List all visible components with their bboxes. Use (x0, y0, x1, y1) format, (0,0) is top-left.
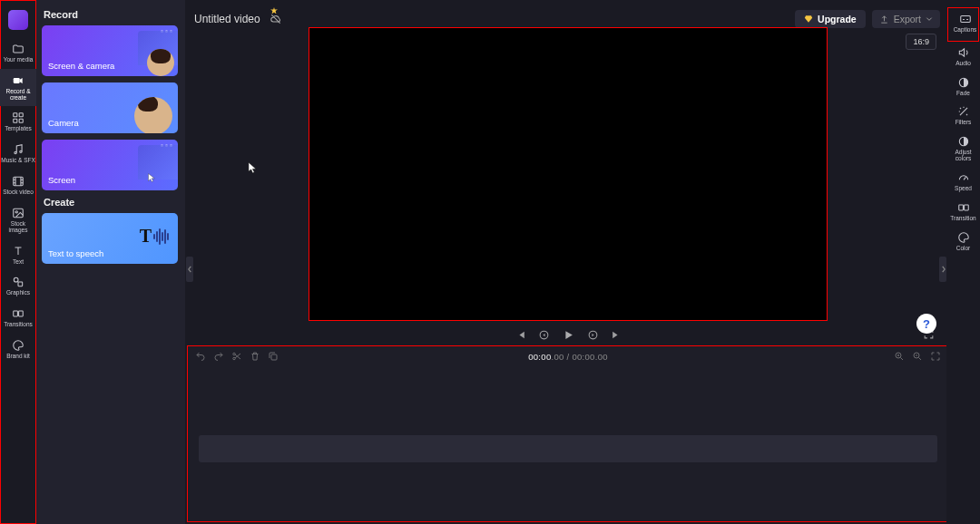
rr-label: Color (956, 246, 971, 252)
trash-icon[interactable] (250, 351, 260, 362)
shapes-icon (12, 276, 24, 288)
chevron-down-icon (926, 15, 933, 23)
rail-stock-images[interactable]: Stock images (0, 201, 36, 239)
rail-your-media[interactable]: Your media (0, 37, 36, 69)
speaker-icon (957, 46, 970, 59)
rr-transition[interactable]: Transition (946, 197, 980, 227)
chevron-left-icon (188, 266, 192, 273)
rr-color[interactable]: Color (946, 227, 980, 257)
palette-icon (957, 231, 970, 244)
undo-icon[interactable] (195, 351, 206, 362)
rr-speed[interactable]: Speed (946, 167, 980, 197)
play-icon[interactable] (562, 328, 575, 342)
rr-filters[interactable]: Filters (946, 101, 980, 131)
question-mark-icon: ? (923, 317, 930, 331)
svg-rect-8 (14, 209, 24, 217)
rr-fade[interactable]: Fade (946, 72, 980, 102)
rail-label: Brand kit (6, 354, 30, 360)
palette-icon (12, 339, 24, 352)
rr-captions[interactable]: Captions (948, 8, 980, 38)
rail-templates[interactable]: Templates (0, 106, 36, 138)
card-title: Screen (48, 175, 75, 185)
diamond-icon (804, 15, 813, 24)
chevron-right-icon (941, 266, 946, 273)
svg-rect-2 (19, 113, 23, 117)
skip-start-icon[interactable] (514, 329, 526, 341)
card-screen-and-camera[interactable]: Screen & camera (42, 25, 178, 76)
panel-heading-create: Create (44, 197, 178, 208)
rr-adjust-colors[interactable]: Adjust colors (946, 131, 980, 167)
svg-rect-21 (960, 16, 970, 23)
rail-record-create[interactable]: Record & create (0, 69, 36, 107)
sync-off-icon[interactable] (270, 13, 282, 25)
rail-brand-kit[interactable]: Brand kit (0, 334, 36, 365)
app-logo[interactable] (8, 10, 28, 30)
os-cursor-icon (248, 161, 258, 175)
rr-label: Audio (956, 61, 971, 67)
project-title[interactable]: Untitled video (194, 13, 260, 25)
rr-label: Captions (954, 27, 977, 34)
image-icon (12, 207, 24, 219)
svg-point-5 (15, 152, 16, 154)
expand-properties-handle[interactable] (939, 257, 946, 282)
svg-rect-0 (14, 78, 20, 83)
export-button[interactable]: Export (872, 10, 940, 28)
rail-text[interactable]: Text (0, 239, 36, 271)
svg-rect-18 (271, 354, 277, 360)
timeline-panel: 00:00.00 / 00:00.00 (187, 345, 949, 522)
transition-icon (957, 201, 970, 214)
step-back-icon[interactable] (538, 329, 550, 341)
rail-label: Stock images (9, 221, 28, 234)
top-toolbar: Untitled video Upgrade Export (194, 9, 940, 29)
upgrade-label: Upgrade (818, 14, 857, 24)
collapse-panel-handle[interactable] (186, 257, 193, 282)
rail-music-sfx[interactable]: Music & SFX (0, 138, 36, 170)
redo-icon[interactable] (213, 351, 224, 362)
skip-end-icon[interactable] (611, 329, 622, 341)
rail-label: Music & SFX (1, 158, 35, 164)
rail-transitions[interactable]: Transitions (0, 302, 36, 334)
film-icon (12, 175, 24, 188)
help-button[interactable]: ? (916, 314, 936, 334)
rr-label: Adjust colors (946, 150, 980, 162)
card-title: Camera (48, 118, 79, 128)
preview-canvas[interactable] (309, 27, 828, 321)
timeline-toolbar: 00:00.00 / 00:00.00 (188, 346, 948, 366)
svg-point-6 (20, 150, 22, 152)
zoom-in-icon[interactable] (894, 351, 905, 362)
video-camera-icon (12, 74, 24, 87)
zoom-fit-icon[interactable] (930, 351, 941, 362)
svg-rect-4 (19, 120, 23, 123)
rr-label: Transition (950, 216, 975, 222)
tts-icon: T (140, 226, 169, 247)
avatar-icon (134, 97, 172, 133)
step-forward-icon[interactable] (587, 329, 599, 341)
upgrade-button[interactable]: Upgrade (795, 10, 866, 28)
rail-label: Text (13, 259, 24, 266)
music-icon (12, 143, 24, 156)
timeline-track[interactable] (199, 435, 937, 462)
folder-icon (12, 43, 24, 55)
fade-icon (957, 76, 970, 89)
card-text-to-speech[interactable]: T Text to speech (42, 213, 178, 264)
notification-badge-icon (270, 7, 278, 15)
scissors-icon[interactable] (231, 351, 242, 362)
rr-audio[interactable]: Audio (946, 42, 980, 72)
upload-icon (879, 15, 889, 24)
card-camera[interactable]: Camera (42, 82, 178, 133)
svg-rect-7 (14, 177, 24, 185)
svg-rect-12 (14, 311, 18, 316)
svg-rect-1 (14, 113, 17, 117)
rail-graphics[interactable]: Graphics (0, 270, 36, 302)
duplicate-icon[interactable] (268, 351, 279, 362)
aspect-ratio-button[interactable]: 16:9 (906, 34, 936, 50)
gauge-icon (957, 171, 970, 184)
transport-controls (309, 325, 828, 344)
avatar-icon (147, 49, 174, 76)
zoom-out-icon[interactable] (912, 351, 923, 362)
rr-label: Speed (955, 186, 972, 192)
card-screen[interactable]: Screen (42, 140, 178, 190)
svg-rect-3 (14, 120, 17, 123)
rail-stock-video[interactable]: Stock video (0, 170, 36, 201)
record-create-panel: Record Screen & camera Camera Screen Cre… (36, 0, 185, 524)
